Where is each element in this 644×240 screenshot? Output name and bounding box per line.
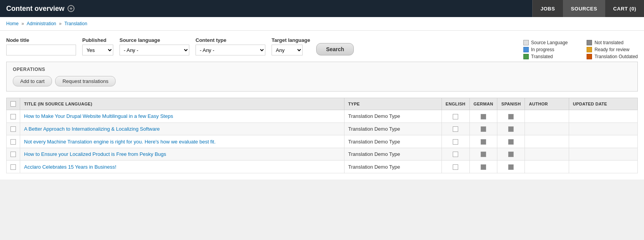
breadcrumb-sep-2: » [59,21,62,26]
spanish-status-box[interactable] [508,114,514,119]
row-spanish[interactable] [497,135,525,148]
english-status-box[interactable] [453,164,458,170]
col-select [7,98,20,110]
row-title-link[interactable]: Acclaro Celebrates 15 Years in Business! [24,164,116,170]
row-checkbox[interactable] [10,114,16,119]
breadcrumb-administration[interactable]: Administration [27,21,56,26]
german-status-box[interactable] [481,126,486,132]
row-title-link[interactable]: How to Ensure your Localized Product is … [24,151,166,157]
row-german[interactable] [469,161,497,173]
table-header-row: TITLE (IN SOURCE LANGUAGE) TYPE ENGLISH … [7,98,638,110]
row-author [525,135,569,148]
spanish-status-box[interactable] [508,152,514,157]
search-button[interactable]: Search [316,43,354,55]
legend-source-language: Source Language [523,40,575,45]
row-spanish[interactable] [497,123,525,135]
english-status-box[interactable] [453,126,458,132]
row-english[interactable] [441,135,469,148]
col-title: TITLE (IN SOURCE LANGUAGE) [20,98,345,110]
row-author [525,161,569,173]
request-translations-button[interactable]: Request translations [55,76,116,86]
english-status-box[interactable] [453,139,458,145]
row-checkbox[interactable] [10,152,16,157]
row-english[interactable] [441,110,469,123]
breadcrumb-sep-1: » [21,21,24,26]
german-status-box[interactable] [481,164,486,170]
row-updated-date [569,161,637,173]
legend-translated-label: Translated [531,54,553,59]
target-language-filter: Target language Any [272,37,310,55]
target-language-select[interactable]: Any [272,45,303,55]
row-author [525,110,569,123]
col-german: GERMAN [469,98,497,110]
row-updated-date [569,148,637,161]
table-row: Acclaro Celebrates 15 Years in Business!… [7,161,638,173]
german-status-box[interactable] [481,152,486,157]
row-title-link[interactable]: Not every Machine Translation engine is … [24,139,216,145]
row-author [525,148,569,161]
english-status-box[interactable] [453,114,458,119]
spanish-status-box[interactable] [508,126,514,132]
spanish-status-box[interactable] [508,139,514,145]
source-language-color-box [523,40,529,45]
published-select[interactable]: Yes No - Any - [82,45,113,55]
row-english[interactable] [441,148,469,161]
jobs-button[interactable]: JOBS [532,0,563,17]
add-to-cart-button[interactable]: Add to cart [13,76,52,86]
row-title-link[interactable]: How to Make Your Drupal Website Multilin… [24,113,173,119]
row-title-link[interactable]: A Better Approach to Internationalizing … [24,126,160,132]
sources-button[interactable]: SOURCES [563,0,605,17]
row-spanish[interactable] [497,110,525,123]
row-type: Translation Demo Type [344,161,441,173]
row-updated-date [569,110,637,123]
german-status-box[interactable] [481,114,486,119]
content-type-select[interactable]: - Any - [196,45,265,55]
ready-for-review-color-box [587,47,592,52]
operations-box: OPERATIONS Add to cart Request translati… [6,62,638,92]
row-checkbox[interactable] [10,164,16,170]
content-type-filter: Content type - Any - [196,37,265,55]
legend-not-translated: Not translated [587,40,638,45]
translated-color-box [523,54,529,59]
select-all-checkbox[interactable] [10,101,16,107]
node-title-input[interactable] [6,45,76,55]
row-updated-date [569,135,637,148]
row-german[interactable] [469,135,497,148]
row-checkbox[interactable] [10,126,16,132]
table-row: How to Ensure your Localized Product is … [7,148,638,161]
filter-and-legend: Node title Published Yes No - Any - Sour… [6,37,638,62]
row-english[interactable] [441,123,469,135]
col-spanish: SPANISH [497,98,525,110]
row-checkbox[interactable] [10,139,16,145]
table-row: Not every Machine Translation engine is … [7,135,638,148]
row-german[interactable] [469,110,497,123]
row-english[interactable] [441,161,469,173]
row-author [525,123,569,135]
header-nav: JOBS SOURCES CART (0) [532,0,644,17]
row-spanish[interactable] [497,161,525,173]
header: Content overview + JOBS SOURCES CART (0) [0,0,644,17]
spanish-status-box[interactable] [508,164,514,170]
filter-section: Node title Published Yes No - Any - Sour… [6,37,517,55]
source-language-select[interactable]: - Any - [119,45,189,55]
legend-not-translated-label: Not translated [594,40,623,45]
legend-source-language-label: Source Language [531,40,568,45]
row-german[interactable] [469,123,497,135]
row-german[interactable] [469,148,497,161]
breadcrumb-home[interactable]: Home [6,21,19,26]
row-type: Translation Demo Type [344,110,441,123]
legend-in-progress: In progress [523,47,575,52]
cart-button[interactable]: CART (0) [605,0,644,17]
german-status-box[interactable] [481,139,486,145]
legend-ready-for-review: Ready for review [587,47,638,52]
add-icon[interactable]: + [68,5,74,12]
node-title-label: Node title [6,37,76,43]
english-status-box[interactable] [453,152,458,157]
row-type: Translation Demo Type [344,148,441,161]
table-row: How to Make Your Drupal Website Multilin… [7,110,638,123]
page-title: Content overview + [6,5,532,13]
title-text: Content overview [6,5,64,13]
content-type-label: Content type [196,37,265,43]
row-spanish[interactable] [497,148,525,161]
breadcrumb-translation[interactable]: Translation [64,21,87,26]
